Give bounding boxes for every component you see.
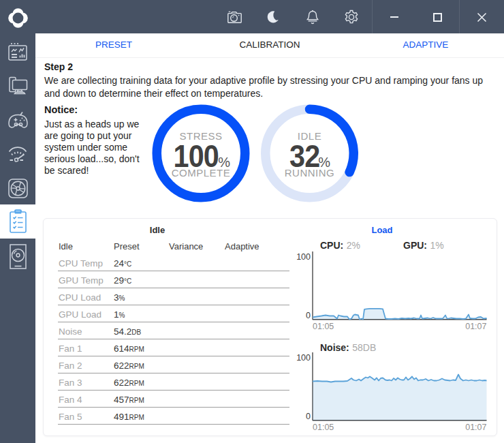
svg-text:01:05: 01:05 [313, 322, 334, 331]
svg-text:01:07: 01:07 [465, 322, 486, 331]
svg-text:01:05: 01:05 [313, 423, 334, 432]
svg-text:01:07: 01:07 [465, 423, 486, 432]
svg-text:100: 100 [296, 353, 311, 363]
svg-text:0: 0 [306, 412, 311, 421]
svg-text:100: 100 [296, 252, 311, 262]
svg-text:0: 0 [306, 311, 311, 320]
